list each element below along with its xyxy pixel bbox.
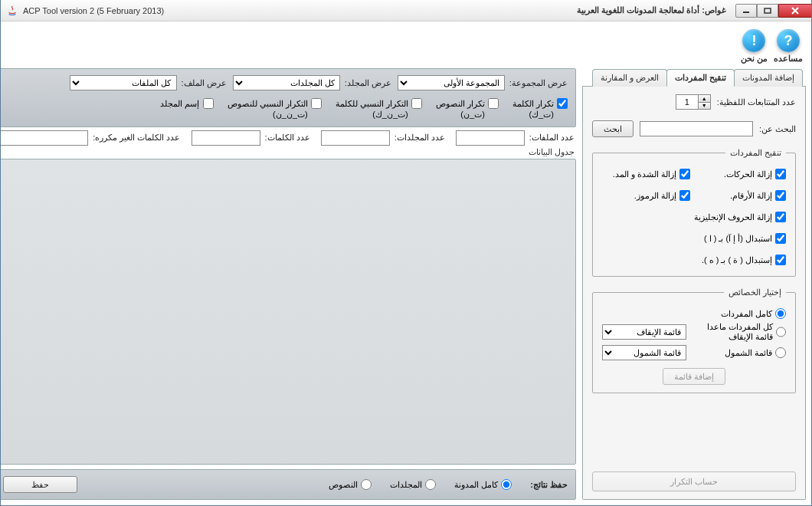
stat-files-value xyxy=(456,130,525,146)
chk-normalize-ta[interactable]: إستبدال ( ة ) بـ ( ه ). xyxy=(602,255,786,265)
window-title-ar: غواص: أداة لمعالجة المدونات اللغوية العر… xyxy=(568,5,735,15)
properties-fieldset: إختيار الخصائص كامل المفردات كل المفردات… xyxy=(592,288,796,393)
svg-rect-1 xyxy=(765,8,771,13)
add-list-button[interactable]: إضافة قائمة xyxy=(663,368,725,385)
folder-label: عرض المجلد: xyxy=(345,78,391,88)
search-button[interactable]: ابحث xyxy=(592,120,634,137)
stat-folders-value xyxy=(321,130,390,146)
tab-view-compare[interactable]: العرض و المقارنة xyxy=(592,69,667,87)
search-label: البحث عن: xyxy=(759,124,796,134)
chk-relative-word-frequency[interactable]: التكرار النسبي للكلمة(ت_ن_ك) xyxy=(336,98,422,120)
group-label: عرض المجموعة: xyxy=(509,78,568,88)
spinner-up-button[interactable]: ▲ xyxy=(698,95,710,102)
chk-folder-name[interactable]: إسم المجلد xyxy=(160,98,213,109)
file-label: عرض الملف: xyxy=(182,78,227,88)
search-input[interactable] xyxy=(640,121,753,136)
stat-words-value xyxy=(192,130,260,146)
tab-add-corpus[interactable]: إضافة المدونات xyxy=(734,69,803,87)
radio-save-full-corpus[interactable]: كامل المدونة xyxy=(454,479,512,490)
data-table xyxy=(0,159,576,465)
folder-select[interactable]: كل المجلدات xyxy=(233,75,340,90)
save-panel: حفظ نتائج: كامل المدونة المجلدات النصوص … xyxy=(0,469,576,500)
save-button[interactable]: حفظ xyxy=(3,476,77,493)
refine-legend: تنقيح المفردات xyxy=(725,148,786,158)
radio-all-vocab[interactable]: كامل المفردات xyxy=(602,308,786,319)
refine-fieldset: تنقيح المفردات إزالة الحركات. إزالة الشد… xyxy=(592,148,796,277)
help-icon: ? xyxy=(777,29,800,52)
stat-words-label: عدد الكلمات: xyxy=(265,133,310,143)
window-titlebar: ACP Tool version 2 (5 February 2013) غوا… xyxy=(0,0,812,21)
window-maximize-button[interactable] xyxy=(757,4,778,18)
stat-files-label: عدد الملفات: xyxy=(529,133,575,143)
java-icon xyxy=(6,5,18,17)
radio-include-list[interactable]: قائمة الشمول xyxy=(725,347,786,358)
file-select[interactable]: كل الملفات xyxy=(70,75,177,90)
stoplist-select[interactable]: قائمة الإيقاف xyxy=(602,324,686,340)
info-icon: ! xyxy=(742,29,765,52)
data-table-label: جدول البيانات xyxy=(0,147,576,157)
chk-relative-text-frequency[interactable]: التكرار النسبي للنصوص(ت_ن_ن) xyxy=(228,98,322,120)
stat-folders-label: عدد المجلدات: xyxy=(395,133,445,143)
about-button[interactable]: ! من نحن xyxy=(741,29,768,64)
chk-remove-diacritics[interactable]: إزالة الحركات. xyxy=(698,169,786,179)
help-button[interactable]: ? مساعده xyxy=(774,29,803,64)
tab-refine-vocab[interactable]: تنقيح المفردات xyxy=(666,69,735,87)
ngram-label: عدد المتتابعات اللفظية: xyxy=(717,97,796,107)
save-results-label: حفظ نتائج: xyxy=(530,480,568,490)
chk-remove-numbers[interactable]: إزالة الأرقام. xyxy=(698,190,786,201)
view-controls-panel: عرض المجموعة: المجموعة الأولى عرض المجلد… xyxy=(0,68,576,127)
includelist-select[interactable]: قائمة الشمول xyxy=(602,345,686,360)
properties-legend: إختيار الخصائص xyxy=(724,288,786,297)
chk-word-frequency[interactable]: تكرار الكلمة(ت_ك) xyxy=(512,98,568,120)
help-label: مساعده xyxy=(774,54,803,64)
radio-save-folders[interactable]: المجلدات xyxy=(390,479,436,490)
about-label: من نحن xyxy=(741,54,768,64)
stat-unique-label: عدد الكلمات الغير مكرره: xyxy=(93,133,180,143)
chk-remove-shadda[interactable]: إزالة الشدة و المد. xyxy=(602,169,690,179)
window-minimize-button[interactable] xyxy=(735,4,757,18)
radio-save-texts[interactable]: النصوص xyxy=(329,479,372,490)
stat-unique-value xyxy=(0,130,88,146)
spinner-down-button[interactable]: ▼ xyxy=(698,102,710,109)
chk-remove-english[interactable]: إزالة الحروف الإنجليزية xyxy=(602,212,786,222)
tabs: إضافة المدونات تنقيح المفردات العرض و ال… xyxy=(582,68,806,87)
chk-normalize-alef[interactable]: استبدال (أ إ آ) بـ ( ا ) xyxy=(602,233,786,244)
ngram-input[interactable] xyxy=(676,95,698,109)
window-title-en: ACP Tool version 2 (5 February 2013) xyxy=(23,6,164,15)
chk-text-frequency[interactable]: تكرار النصوص(ت_ن) xyxy=(436,98,499,120)
group-select[interactable]: المجموعة الأولى xyxy=(398,75,505,90)
compute-frequency-button[interactable]: حساب التكرار xyxy=(592,472,796,491)
ngram-spinner[interactable]: ▲ ▼ xyxy=(676,94,711,110)
chk-remove-symbols[interactable]: إزالة الرموز. xyxy=(602,190,690,201)
window-close-button[interactable] xyxy=(778,4,812,18)
tab-content-refine: عدد المتتابعات اللفظية: ▲ ▼ البحث عن: xyxy=(582,87,806,500)
radio-except-stoplist[interactable]: كل المفردات ماعدا قائمة الإيقاف xyxy=(694,322,786,342)
